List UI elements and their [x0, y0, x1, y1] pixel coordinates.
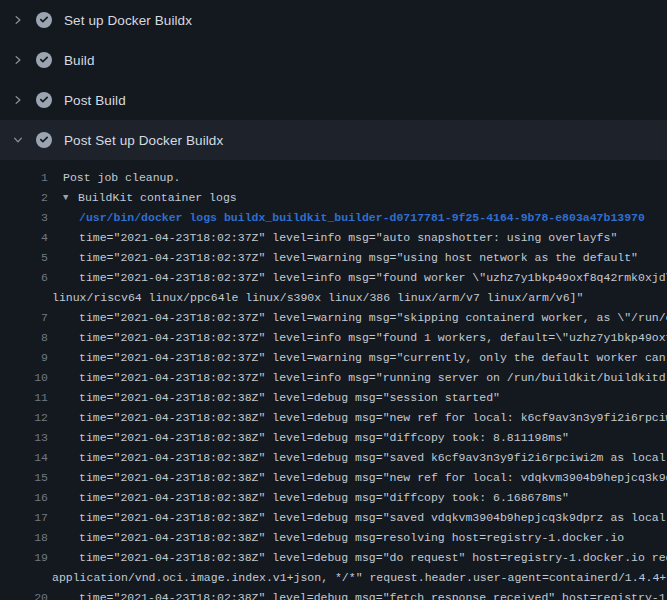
log-line-text: linux/riscv64 linux/ppc64le linux/s390x … — [52, 288, 583, 308]
chevron-down-icon — [10, 132, 26, 148]
check-circle-icon — [36, 132, 52, 148]
check-circle-icon — [36, 52, 52, 68]
log-line-text: time="2021-04-23T18:02:37Z" level=info m… — [79, 368, 667, 388]
log-line-number — [0, 568, 48, 588]
log-line-number[interactable]: 15 — [0, 468, 48, 488]
log-row: 5time="2021-04-23T18:02:37Z" level=warni… — [0, 248, 667, 268]
log-row: 13time="2021-04-23T18:02:38Z" level=debu… — [0, 428, 667, 448]
log-line-number[interactable]: 14 — [0, 448, 48, 468]
step-label: Build — [64, 53, 95, 68]
log-line-text: time="2021-04-23T18:02:37Z" level=warnin… — [79, 348, 667, 368]
log-row: 11time="2021-04-23T18:02:38Z" level=debu… — [0, 388, 667, 408]
log-line-text: time="2021-04-23T18:02:38Z" level=debug … — [79, 468, 667, 488]
log-line-number[interactable]: 1 — [0, 168, 48, 188]
log-line-number[interactable]: 5 — [0, 248, 48, 268]
log-row: 10time="2021-04-23T18:02:37Z" level=info… — [0, 368, 667, 388]
log-line-text: time="2021-04-23T18:02:38Z" level=debug … — [79, 528, 624, 548]
log-line-number[interactable]: 8 — [0, 328, 48, 348]
chevron-right-icon — [10, 12, 26, 28]
check-circle-icon — [36, 12, 52, 28]
log-line-text: time="2021-04-23T18:02:38Z" level=debug … — [79, 488, 569, 508]
log-line-number[interactable]: 13 — [0, 428, 48, 448]
step-label: Set up Docker Buildx — [64, 13, 192, 28]
check-circle-icon — [36, 92, 52, 108]
group-label: BuildKit container logs — [78, 191, 237, 204]
log-row: 7time="2021-04-23T18:02:37Z" level=warni… — [0, 308, 667, 328]
log-row: 3/usr/bin/docker logs buildx_buildkit_bu… — [0, 208, 667, 228]
group-expanded-triangle-icon: ▼ — [63, 188, 78, 208]
log-line-text: time="2021-04-23T18:02:38Z" level=debug … — [79, 548, 667, 568]
log-line-text: time="2021-04-23T18:02:38Z" level=debug … — [79, 448, 667, 468]
log-line-number[interactable]: 7 — [0, 308, 48, 328]
log-line-text: time="2021-04-23T18:02:37Z" level=warnin… — [79, 308, 667, 328]
log-line-text: time="2021-04-23T18:02:38Z" level=debug … — [79, 508, 667, 528]
log-row: 17time="2021-04-23T18:02:38Z" level=debu… — [0, 508, 667, 528]
log-row: 9time="2021-04-23T18:02:37Z" level=warni… — [0, 348, 667, 368]
log-line-number[interactable]: 2 — [0, 188, 48, 208]
log-line-number[interactable]: 4 — [0, 228, 48, 248]
step-row[interactable]: Set up Docker Buildx — [0, 0, 667, 40]
log-row: 8time="2021-04-23T18:02:37Z" level=info … — [0, 328, 667, 348]
log-row: 15time="2021-04-23T18:02:38Z" level=debu… — [0, 468, 667, 488]
log-line-number[interactable]: 10 — [0, 368, 48, 388]
step-label: Post Set up Docker Buildx — [64, 133, 223, 148]
step-label: Post Build — [64, 93, 126, 108]
log-line-number[interactable]: 19 — [0, 548, 48, 568]
log-line-number[interactable]: 17 — [0, 508, 48, 528]
log-line-text: time="2021-04-23T18:02:37Z" level=info m… — [79, 328, 667, 348]
log-line-number[interactable]: 12 — [0, 408, 48, 428]
log-line-number[interactable]: 20 — [0, 588, 48, 600]
log-line-text: time="2021-04-23T18:02:37Z" level=info m… — [79, 228, 617, 248]
log-line-number[interactable]: 3 — [0, 208, 48, 228]
step-row[interactable]: Build — [0, 40, 667, 80]
log-row: 16time="2021-04-23T18:02:38Z" level=debu… — [0, 488, 667, 508]
log-row: 19time="2021-04-23T18:02:38Z" level=debu… — [0, 548, 667, 568]
log-line-text: application/vnd.oci.image.index.v1+json,… — [52, 568, 667, 588]
step-row[interactable]: Post Set up Docker Buildx — [0, 120, 667, 160]
log-line-number — [0, 288, 48, 308]
log-row: 18time="2021-04-23T18:02:38Z" level=debu… — [0, 528, 667, 548]
log-line-text: time="2021-04-23T18:02:37Z" level=warnin… — [79, 248, 638, 268]
log-row: 6time="2021-04-23T18:02:37Z" level=info … — [0, 268, 667, 288]
log-group-row[interactable]: 2▼BuildKit container logs — [0, 188, 667, 208]
chevron-right-icon — [10, 92, 26, 108]
log-line-text: time="2021-04-23T18:02:38Z" level=debug … — [79, 388, 500, 408]
log-row: 14time="2021-04-23T18:02:38Z" level=debu… — [0, 448, 667, 468]
log-line-number[interactable]: 18 — [0, 528, 48, 548]
log-line-text: time="2021-04-23T18:02:38Z" level=debug … — [79, 588, 667, 600]
log-line-number[interactable]: 11 — [0, 388, 48, 408]
actions-log-viewer: Set up Docker BuildxBuildPost BuildPost … — [0, 0, 667, 600]
log-row: 4time="2021-04-23T18:02:37Z" level=info … — [0, 228, 667, 248]
log-row: 1Post job cleanup. — [0, 168, 667, 188]
log-command-text: /usr/bin/docker logs buildx_buildkit_bui… — [79, 208, 645, 228]
log-row: linux/riscv64 linux/ppc64le linux/s390x … — [0, 288, 667, 308]
step-row[interactable]: Post Build — [0, 80, 667, 120]
log-line-text: time="2021-04-23T18:02:38Z" level=debug … — [79, 428, 569, 448]
log-line-text: Post job cleanup. — [63, 168, 180, 188]
log-line-number[interactable]: 9 — [0, 348, 48, 368]
log-row: 12time="2021-04-23T18:02:38Z" level=debu… — [0, 408, 667, 428]
log-line-text: time="2021-04-23T18:02:37Z" level=info m… — [79, 268, 667, 288]
log-line-number[interactable]: 16 — [0, 488, 48, 508]
chevron-right-icon — [10, 52, 26, 68]
log-console: 1Post job cleanup.2▼BuildKit container l… — [0, 160, 667, 600]
log-line-text: ▼BuildKit container logs — [63, 188, 237, 208]
steps-list: Set up Docker BuildxBuildPost BuildPost … — [0, 0, 667, 160]
log-line-text: time="2021-04-23T18:02:38Z" level=debug … — [79, 408, 667, 428]
log-row: application/vnd.oci.image.index.v1+json,… — [0, 568, 667, 588]
log-row: 20time="2021-04-23T18:02:38Z" level=debu… — [0, 588, 667, 600]
log-line-number[interactable]: 6 — [0, 268, 48, 288]
